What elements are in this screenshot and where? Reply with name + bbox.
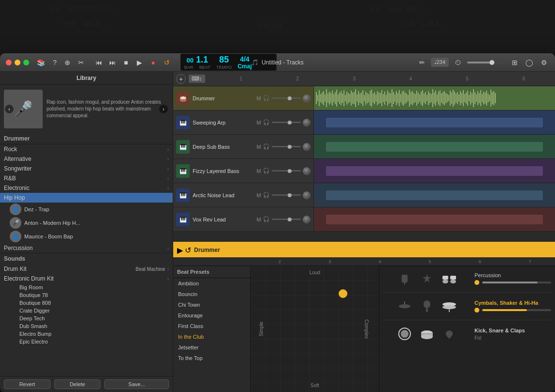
genre-item-rb[interactable]: R&B ›: [0, 173, 173, 183]
note-mode-btn[interactable]: ♩234: [431, 58, 449, 67]
pencil-icon[interactable]: ✏: [417, 58, 427, 67]
track-mute-deep-sub[interactable]: M: [257, 144, 261, 150]
genre-item-rock[interactable]: Rock ›: [0, 144, 173, 154]
track-headphone-drummer[interactable]: 🎧: [263, 95, 270, 101]
track-fader-fizzy[interactable]: [272, 170, 301, 172]
genre-item-percussion[interactable]: Percussion ›: [0, 243, 173, 253]
kit-item-electrobump[interactable]: Electro Bump: [19, 330, 169, 338]
library-icon[interactable]: 📚: [35, 58, 47, 67]
genre-item-alternative[interactable]: Alternative ›: [0, 154, 173, 164]
genre-item-hiphop[interactable]: Hip Hop ▼: [0, 193, 173, 203]
track-pan-drummer[interactable]: [303, 94, 310, 102]
save-button[interactable]: Save...: [104, 379, 169, 389]
preset-first-class[interactable]: First Class: [173, 321, 250, 331]
fast-forward-button[interactable]: ⏭: [107, 57, 118, 68]
rewind-button[interactable]: ⏮: [94, 57, 104, 68]
drummer-entry-maurice[interactable]: 👤 Maurice - Boom Bap: [0, 230, 173, 243]
minimize-button[interactable]: [15, 60, 20, 65]
play-button[interactable]: ▶: [134, 57, 145, 68]
preset-chi-town[interactable]: Chi Town: [173, 299, 250, 310]
preset-in-the-club[interactable]: In the Club: [173, 331, 250, 342]
stop-button[interactable]: ■: [121, 57, 131, 68]
metronome-icon[interactable]: ⏲: [453, 58, 463, 67]
editor-play-icon[interactable]: ▶: [177, 246, 183, 255]
editor-loop-icon[interactable]: ↺: [185, 246, 191, 255]
track-pan-arctic[interactable]: [303, 191, 310, 199]
shaker-icon[interactable]: [418, 298, 436, 315]
track-content-vox[interactable]: [314, 207, 555, 231]
cowbell-icon[interactable]: [396, 270, 413, 287]
track-fader-vox[interactable]: [272, 219, 301, 220]
kit-item-crate[interactable]: Crate Digger: [19, 307, 169, 314]
drummer-entry-dez[interactable]: 👤 Dez - Trap: [0, 203, 173, 216]
track-fader-arp[interactable]: [272, 122, 301, 123]
maximize-button[interactable]: [23, 60, 29, 65]
smart-controls-icon[interactable]: ⊕: [63, 58, 72, 67]
kick-drum-icon[interactable]: [396, 325, 413, 343]
close-button[interactable]: [6, 60, 12, 65]
track-fader-deep-sub[interactable]: [272, 146, 301, 147]
sound-item-drum-kit[interactable]: Drum Kit Beat Machine ›: [0, 264, 173, 274]
kit-item-bigroom[interactable]: Big Room: [19, 283, 169, 291]
track-headphone-arctic[interactable]: 🎧: [263, 192, 270, 198]
track-pan-fizzy[interactable]: [303, 167, 310, 175]
scissors-icon[interactable]: ✂: [76, 58, 86, 67]
sound-item-electronic-kit[interactable]: Electronic Drum Kit ›: [0, 274, 173, 283]
snare-drum-icon[interactable]: [418, 325, 436, 343]
track-mute-arctic[interactable]: M: [257, 192, 261, 198]
kit-item-deeptech[interactable]: Deep Tech: [19, 314, 169, 322]
delete-button[interactable]: Delete: [54, 379, 101, 389]
track-pan-arp[interactable]: [303, 119, 310, 126]
preset-bouncin[interactable]: Bouncin: [173, 289, 250, 299]
preset-ambition[interactable]: Ambition: [173, 278, 250, 289]
track-content-fizzy[interactable]: [314, 159, 555, 183]
drummer-entry-anton[interactable]: 🎤 Anton - Modern Hip H...: [0, 216, 173, 230]
track-mute-vox[interactable]: M: [257, 217, 261, 222]
genre-item-electronic[interactable]: Electronic ›: [0, 183, 173, 193]
preset-entourage[interactable]: Entourage: [173, 310, 250, 321]
chat-icon[interactable]: ◯: [523, 58, 535, 67]
loops-icon[interactable]: ⊞: [510, 58, 520, 67]
kit-item-dubsmash[interactable]: Dub Smash: [19, 322, 169, 330]
preset-jetsetter[interactable]: Jetsetter: [173, 342, 250, 353]
preset-to-the-top[interactable]: To the Top: [173, 353, 250, 363]
cymbal-slider[interactable]: [482, 309, 551, 311]
percussion-dot[interactable]: [474, 280, 479, 285]
artist-prev-button[interactable]: ‹: [5, 105, 14, 113]
drum-kit-expand-icon[interactable]: ›: [167, 267, 169, 272]
track-content-drummer[interactable]: [314, 86, 555, 110]
track-mute-fizzy[interactable]: M: [257, 168, 261, 174]
starburst-icon[interactable]: [418, 270, 436, 287]
track-headphone-arp[interactable]: 🎧: [263, 119, 270, 125]
track-mute-drummer[interactable]: M: [257, 95, 261, 101]
xy-pad[interactable]: Loud Soft Simple Complex: [251, 266, 379, 392]
track-pan-vox[interactable]: [303, 216, 310, 223]
percussion-slider[interactable]: [482, 282, 551, 283]
add-track-button[interactable]: +: [176, 74, 186, 84]
flex-icon[interactable]: ⚙: [539, 58, 549, 67]
track-content-arp[interactable]: [314, 110, 555, 134]
kit-item-boutique808[interactable]: Boutique 808: [19, 299, 169, 307]
track-content-deep-sub[interactable]: [314, 135, 555, 158]
track-mute-arp[interactable]: M: [257, 120, 261, 125]
track-headphone-vox[interactable]: 🎧: [263, 216, 270, 222]
cymbal-icon[interactable]: [396, 298, 413, 315]
track-headphone-fizzy[interactable]: 🎧: [263, 168, 270, 174]
track-fader-arctic[interactable]: [272, 194, 301, 196]
help-icon[interactable]: ?: [51, 58, 59, 67]
electronic-kit-expand-icon[interactable]: ›: [167, 276, 169, 282]
hihat-icon[interactable]: [441, 298, 458, 315]
track-content-arctic[interactable]: [314, 183, 555, 207]
track-headphone-deep-sub[interactable]: 🎧: [263, 143, 270, 150]
smart-mode-button[interactable]: ⌨↕: [189, 75, 205, 83]
record-button[interactable]: ●: [148, 57, 159, 68]
track-fader-drummer[interactable]: [272, 97, 301, 99]
track-pan-deep-sub[interactable]: [303, 143, 310, 151]
volume-slider[interactable]: [467, 62, 506, 63]
drum-pads-icon[interactable]: [441, 270, 458, 287]
genre-item-songwriter[interactable]: Songwriter ›: [0, 164, 173, 173]
kit-item-boutique78[interactable]: Boutique 78: [19, 291, 169, 299]
cycle-button[interactable]: ↺: [162, 57, 172, 68]
revert-button[interactable]: Revert: [4, 379, 50, 389]
cymbal-dot[interactable]: [474, 308, 479, 313]
